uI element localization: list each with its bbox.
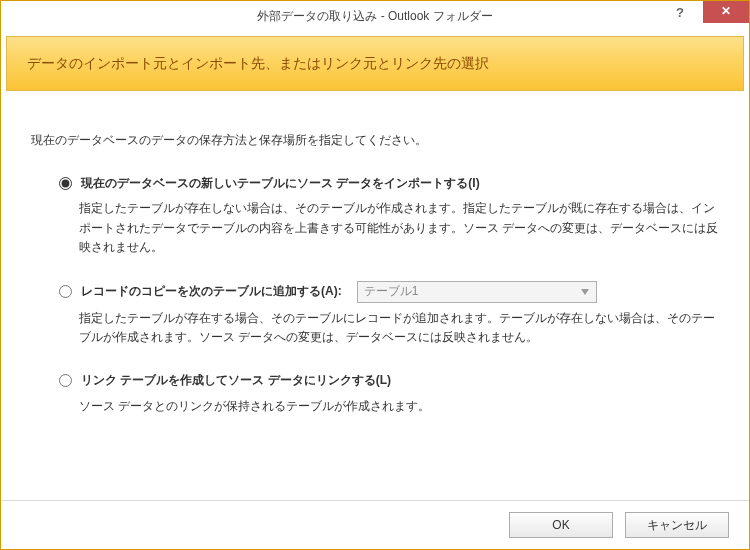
window-title: 外部データの取り込み - Outlook フォルダー <box>1 8 749 25</box>
option-description: ソース データとのリンクが保持されるテーブルが作成されます。 <box>79 397 719 416</box>
option-link-table: リンク テーブルを作成してソース データにリンクする(L) ソース データとのリ… <box>59 371 719 415</box>
option-head: レコードのコピーを次のテーブルに追加する(A): テーブル1 <box>59 281 719 303</box>
dialog-window: 外部データの取り込み - Outlook フォルダー ? ✕ データのインポート… <box>0 0 750 550</box>
option-head: リンク テーブルを作成してソース データにリンクする(L) <box>59 371 719 390</box>
option-label: 現在のデータベースの新しいテーブルにソース データをインポートする(I) <box>81 174 480 193</box>
option-description: 指定したテーブルが存在しない場合は、そのテーブルが作成されます。指定したテーブル… <box>79 199 719 257</box>
combo-value: テーブル1 <box>364 282 419 301</box>
content-area: 現在のデータベースのデータの保存方法と保存場所を指定してください。 現在のデータ… <box>1 96 749 500</box>
wizard-header-title: データのインポート元とインポート先、またはリンク元とリンク先の選択 <box>27 55 489 73</box>
button-bar: OK キャンセル <box>1 500 749 549</box>
option-description: 指定したテーブルが存在する場合、そのテーブルにレコードが追加されます。テーブルが… <box>79 309 719 347</box>
table-select-combo[interactable]: テーブル1 <box>357 281 597 303</box>
close-button[interactable]: ✕ <box>703 1 749 23</box>
cancel-button[interactable]: キャンセル <box>625 512 729 538</box>
ok-button[interactable]: OK <box>509 512 613 538</box>
radio-import-new-table[interactable] <box>59 177 72 190</box>
intro-text: 現在のデータベースのデータの保存方法と保存場所を指定してください。 <box>31 131 719 150</box>
option-head: 現在のデータベースの新しいテーブルにソース データをインポートする(I) <box>59 174 719 193</box>
titlebar: 外部データの取り込み - Outlook フォルダー ? ✕ <box>1 1 749 31</box>
option-label: リンク テーブルを作成してソース データにリンクする(L) <box>81 371 391 390</box>
option-label: レコードのコピーを次のテーブルに追加する(A): <box>81 282 342 301</box>
option-append-records: レコードのコピーを次のテーブルに追加する(A): テーブル1 指定したテーブルが… <box>59 281 719 347</box>
close-icon: ✕ <box>721 5 731 17</box>
wizard-header: データのインポート元とインポート先、またはリンク元とリンク先の選択 <box>6 36 744 91</box>
titlebar-controls: ? ✕ <box>657 1 749 23</box>
chevron-down-icon <box>578 285 592 299</box>
help-button[interactable]: ? <box>657 1 703 23</box>
radio-append-records[interactable] <box>59 285 72 298</box>
option-import-new-table: 現在のデータベースの新しいテーブルにソース データをインポートする(I) 指定し… <box>59 174 719 257</box>
radio-link-table[interactable] <box>59 374 72 387</box>
